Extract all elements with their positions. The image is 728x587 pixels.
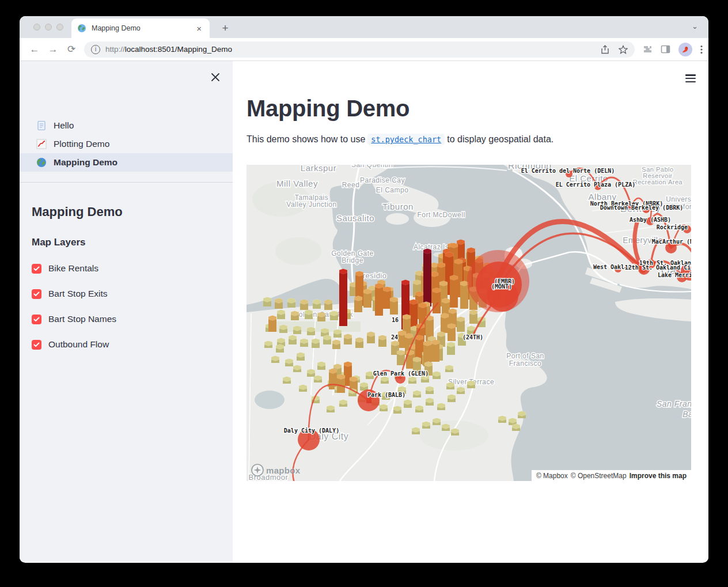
sidebar-nav: Hello Plotting Demo Mapping Demo	[20, 116, 233, 172]
svg-text:Rockridge (ROCK): Rockridge (ROCK)	[657, 224, 691, 230]
svg-text:Mill Valley: Mill Valley	[276, 179, 318, 188]
globe-icon	[36, 157, 47, 168]
checkbox-bike-rentals[interactable]: Bike Rentals	[32, 263, 233, 274]
window-controls[interactable]	[33, 24, 63, 31]
attribution-mapbox-link[interactable]: © Mapbox	[536, 472, 568, 480]
profile-avatar[interactable]	[678, 43, 692, 56]
browser-window: Mapping Demo × + ⌄ ← → ⟳ i http://localh…	[20, 16, 708, 563]
line-chart-icon	[36, 139, 47, 149]
intro-text: This demo shows how to usest.pydeck_char…	[247, 134, 708, 145]
sidebar-item-plotting-demo[interactable]: Plotting Demo	[20, 135, 233, 153]
sidebar: Hello Plotting Demo Mapping Demo Mapping…	[20, 61, 233, 562]
svg-text:(MONT): (MONT)	[491, 283, 512, 290]
svg-text:Fort McDowell: Fort McDowell	[417, 211, 465, 219]
svg-text:Recreation Area: Recreation Area	[633, 179, 683, 185]
svg-text:El Campo: El Campo	[376, 186, 409, 194]
map-layers-heading: Map Layers	[32, 237, 233, 248]
checkbox-label: Bart Stop Names	[48, 314, 116, 324]
svg-text:Paradise Cay: Paradise Cay	[360, 176, 405, 184]
improve-map-link[interactable]: Improve this map	[630, 472, 687, 480]
svg-text:San Quentin: San Quentin	[351, 165, 393, 169]
checkbox-checked-icon[interactable]	[32, 340, 41, 350]
checkbox-label: Bike Rentals	[48, 263, 98, 274]
browser-menu-kebab-icon[interactable]	[700, 45, 703, 54]
checkbox-label: Bart Stop Exits	[48, 289, 108, 299]
checkbox-label: Outbound Flow	[48, 339, 109, 350]
forward-button[interactable]: →	[45, 41, 61, 58]
new-tab-button[interactable]: +	[218, 21, 233, 36]
streamlit-app: Hello Plotting Demo Mapping Demo Mapping…	[20, 61, 708, 562]
svg-text:MacArthur (MCAR): MacArthur (MCAR)	[652, 238, 691, 245]
tab-strip: Mapping Demo × + ⌄	[20, 16, 708, 38]
svg-text:University: University	[666, 195, 691, 203]
svg-text:Glen Park (GLEN): Glen Park (GLEN)	[373, 370, 429, 377]
mapbox-logo[interactable]: mapbox	[251, 464, 300, 476]
checkbox-checked-icon[interactable]	[32, 289, 41, 299]
address-bar[interactable]: i http://localhost:8501/Mapping_Demo	[84, 41, 635, 58]
url-text: localhost:8501/Mapping_Demo	[125, 45, 232, 54]
tab-close-icon[interactable]: ×	[194, 23, 204, 34]
svg-text:Bay: Bay	[682, 410, 691, 419]
sidebar-divider	[20, 182, 233, 183]
sidebar-close-icon[interactable]	[210, 71, 221, 83]
pydeck-chart-code-link[interactable]: st.pydeck_chart	[367, 134, 445, 145]
extensions-puzzle-icon[interactable]	[643, 44, 653, 54]
checkbox-outbound-flow[interactable]: Outbound Flow	[32, 339, 233, 350]
svg-text:San Francisco: San Francisco	[657, 399, 691, 408]
sidebar-item-label: Hello	[54, 120, 74, 131]
svg-text:Reed: Reed	[342, 181, 360, 189]
document-icon	[36, 120, 47, 131]
checkbox-checked-icon[interactable]	[32, 315, 41, 324]
svg-text:(24TH): (24TH)	[462, 334, 483, 340]
svg-text:12th St. Oakland City: 12th St. Oakland City	[625, 264, 691, 271]
svg-text:Larkspur: Larkspur	[301, 165, 336, 173]
svg-text:El Cerrito del Norte (DELN): El Cerrito del Norte (DELN)	[521, 168, 615, 174]
svg-text:Sausalito: Sausalito	[336, 213, 374, 223]
back-button[interactable]: ←	[26, 41, 43, 58]
checkbox-checked-icon[interactable]	[32, 264, 41, 274]
sidebar-item-label: Mapping Demo	[54, 157, 117, 168]
page-title: Mapping Demo	[247, 96, 708, 122]
svg-text:Francisco: Francisco	[509, 359, 542, 368]
svg-text:16: 16	[392, 317, 399, 323]
sidebar-item-mapping-demo[interactable]: Mapping Demo	[20, 153, 233, 172]
checkbox-bart-stop-names[interactable]: Bart Stop Names	[32, 314, 233, 324]
tab-title: Mapping Demo	[92, 24, 194, 32]
minimize-window-button[interactable]	[45, 24, 52, 31]
svg-text:Ashby (ASHB): Ashby (ASHB)	[630, 217, 671, 223]
url-scheme: http://	[105, 45, 125, 54]
main-content: Mapping Demo This demo shows how to uses…	[233, 61, 708, 562]
bookmark-star-icon[interactable]	[619, 45, 628, 54]
share-icon[interactable]	[601, 45, 609, 54]
map-canvas: San QuentinLarkspurMill ValleyReedParadi…	[247, 165, 691, 481]
checkbox-bart-stop-exits[interactable]: Bart Stop Exits	[32, 289, 233, 299]
map-attribution: © Mapbox © OpenStreetMap Improve this ma…	[532, 470, 691, 481]
app-menu-hamburger-icon[interactable]	[685, 73, 696, 84]
pydeck-map[interactable]: San QuentinLarkspurMill ValleyReedParadi…	[247, 165, 691, 481]
svg-text:Daly City (DALY): Daly City (DALY)	[284, 427, 339, 434]
svg-text:Port of San: Port of San	[506, 352, 544, 360]
svg-text:Tiburon: Tiburon	[382, 202, 414, 211]
bird-avatar-icon	[681, 46, 690, 54]
sidebar-item-label: Plotting Demo	[54, 139, 109, 149]
reload-button[interactable]: ⟳	[63, 41, 79, 58]
svg-text:Valley Junction: Valley Junction	[286, 200, 336, 209]
tab-search-chevron-icon[interactable]: ⌄	[692, 22, 698, 31]
side-panel-icon[interactable]	[661, 44, 670, 54]
sidebar-item-hello[interactable]: Hello	[20, 116, 233, 135]
svg-text:24: 24	[391, 334, 398, 340]
browser-tab[interactable]: Mapping Demo ×	[71, 18, 210, 38]
svg-text:Park (BALB): Park (BALB)	[367, 392, 405, 398]
mapbox-logo-text: mapbox	[266, 465, 300, 475]
attribution-osm-link[interactable]: © OpenStreetMap	[571, 472, 627, 480]
mapbox-logo-icon	[251, 464, 264, 476]
globe-favicon-icon	[77, 24, 86, 33]
browser-toolbar: ← → ⟳ i http://localhost:8501/Mapping_De…	[20, 38, 708, 61]
svg-text:Bridge: Bridge	[342, 256, 363, 264]
close-window-button[interactable]	[33, 24, 40, 31]
svg-text:Downtown Berkeley (DBRK): Downtown Berkeley (DBRK)	[600, 204, 684, 211]
site-info-icon[interactable]: i	[91, 45, 100, 54]
svg-text:Lake Merritt: Lake Merritt	[658, 272, 691, 278]
zoom-window-button[interactable]	[56, 24, 63, 31]
sidebar-title: Mapping Demo	[32, 204, 233, 219]
